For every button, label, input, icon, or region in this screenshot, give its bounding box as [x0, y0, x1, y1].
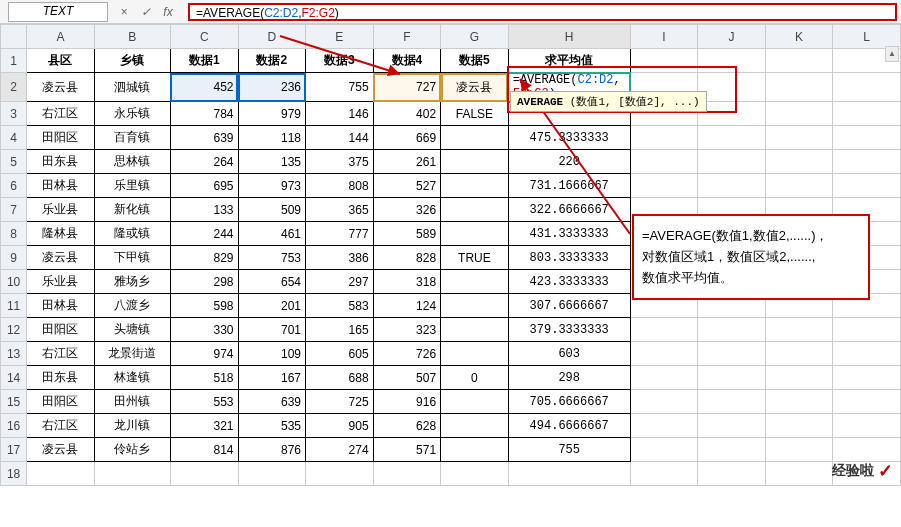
col-header-K[interactable]: K	[765, 25, 833, 49]
cell[interactable]: 133	[170, 198, 238, 222]
cell[interactable]: 330	[170, 318, 238, 342]
cell[interactable]: 永乐镇	[94, 102, 170, 126]
header-cell[interactable]: 乡镇	[94, 49, 170, 73]
row-header[interactable]: 8	[1, 222, 27, 246]
cell[interactable]	[765, 174, 833, 198]
cell[interactable]	[698, 150, 766, 174]
header-cell[interactable]: 数据4	[373, 49, 441, 73]
cell[interactable]: 784	[170, 102, 238, 126]
cell[interactable]	[630, 390, 698, 414]
cell[interactable]: 828	[373, 246, 441, 270]
cell[interactable]: TRUE	[441, 246, 509, 270]
row-header[interactable]: 1	[1, 49, 27, 73]
row-header[interactable]: 3	[1, 102, 27, 126]
row-header[interactable]: 17	[1, 438, 27, 462]
cell[interactable]: 916	[373, 390, 441, 414]
cell[interactable]: 527	[373, 174, 441, 198]
row-header[interactable]: 13	[1, 342, 27, 366]
col-header-C[interactable]: C	[170, 25, 238, 49]
cell[interactable]: 167	[238, 366, 306, 390]
row-header[interactable]: 6	[1, 174, 27, 198]
cell[interactable]: 326	[373, 198, 441, 222]
avg-cell[interactable]: 755	[508, 438, 630, 462]
cell[interactable]: 654	[238, 270, 306, 294]
cell[interactable]	[630, 150, 698, 174]
cell[interactable]: 乐业县	[27, 270, 95, 294]
cell[interactable]: 田阳区	[27, 318, 95, 342]
cell[interactable]: 535	[238, 414, 306, 438]
cell[interactable]: 669	[373, 126, 441, 150]
avg-cell[interactable]: 322.6666667	[508, 198, 630, 222]
cell[interactable]: 田东县	[27, 366, 95, 390]
cell[interactable]: 298	[170, 270, 238, 294]
cell[interactable]	[765, 150, 833, 174]
cell[interactable]: 571	[373, 438, 441, 462]
cell[interactable]	[630, 126, 698, 150]
cell[interactable]	[441, 270, 509, 294]
cell[interactable]	[441, 390, 509, 414]
cell[interactable]	[630, 462, 698, 486]
avg-cell[interactable]: 220	[508, 150, 630, 174]
cell[interactable]: 583	[306, 294, 374, 318]
cell[interactable]	[630, 318, 698, 342]
cell[interactable]: 124	[373, 294, 441, 318]
avg-cell[interactable]	[508, 462, 630, 486]
cell[interactable]	[441, 198, 509, 222]
cell[interactable]: 龙景街道	[94, 342, 170, 366]
cell[interactable]: 589	[373, 222, 441, 246]
cell[interactable]	[373, 462, 441, 486]
cell[interactable]	[630, 174, 698, 198]
cell[interactable]: 八渡乡	[94, 294, 170, 318]
avg-cell[interactable]: 307.6666667	[508, 294, 630, 318]
cell[interactable]: 凌云县	[441, 73, 509, 102]
cell[interactable]	[630, 414, 698, 438]
col-header-E[interactable]: E	[306, 25, 374, 49]
cell[interactable]: 田东县	[27, 150, 95, 174]
row-header[interactable]: 12	[1, 318, 27, 342]
col-header-G[interactable]: G	[441, 25, 509, 49]
cell[interactable]: 452	[170, 73, 238, 102]
cell[interactable]: 田林县	[27, 174, 95, 198]
cell[interactable]: 109	[238, 342, 306, 366]
cell[interactable]: 701	[238, 318, 306, 342]
header-cell[interactable]: 县区	[27, 49, 95, 73]
col-header-B[interactable]: B	[94, 25, 170, 49]
fx-icon[interactable]: fx	[160, 5, 176, 19]
cell[interactable]	[441, 126, 509, 150]
cell[interactable]: 泗城镇	[94, 73, 170, 102]
cell[interactable]: 402	[373, 102, 441, 126]
row-header[interactable]: 2	[1, 73, 27, 102]
cell[interactable]: 726	[373, 342, 441, 366]
cell[interactable]: 田阳区	[27, 126, 95, 150]
cell[interactable]	[630, 342, 698, 366]
cell[interactable]	[306, 462, 374, 486]
cell[interactable]: 876	[238, 438, 306, 462]
cell[interactable]	[833, 414, 901, 438]
cell[interactable]: 808	[306, 174, 374, 198]
cell[interactable]	[698, 126, 766, 150]
cell[interactable]	[765, 366, 833, 390]
cell[interactable]	[833, 342, 901, 366]
cell[interactable]: 461	[238, 222, 306, 246]
cell[interactable]: 905	[306, 414, 374, 438]
cell[interactable]	[698, 366, 766, 390]
cell[interactable]: 829	[170, 246, 238, 270]
col-header-L[interactable]: L	[833, 25, 901, 49]
cell[interactable]	[765, 49, 833, 73]
avg-cell[interactable]: 803.3333333	[508, 246, 630, 270]
cell[interactable]	[833, 438, 901, 462]
header-cell[interactable]: 数据3	[306, 49, 374, 73]
cell[interactable]: 386	[306, 246, 374, 270]
cell[interactable]: 右江区	[27, 342, 95, 366]
avg-cell[interactable]: 494.6666667	[508, 414, 630, 438]
cell[interactable]: 思林镇	[94, 150, 170, 174]
cell[interactable]: 右江区	[27, 102, 95, 126]
row-header[interactable]: 14	[1, 366, 27, 390]
cell[interactable]: 628	[373, 414, 441, 438]
cell[interactable]: 田州镇	[94, 390, 170, 414]
cell[interactable]: 龙川镇	[94, 414, 170, 438]
cell[interactable]: 雅场乡	[94, 270, 170, 294]
cell[interactable]	[833, 318, 901, 342]
row-header[interactable]: 5	[1, 150, 27, 174]
cell[interactable]: 375	[306, 150, 374, 174]
